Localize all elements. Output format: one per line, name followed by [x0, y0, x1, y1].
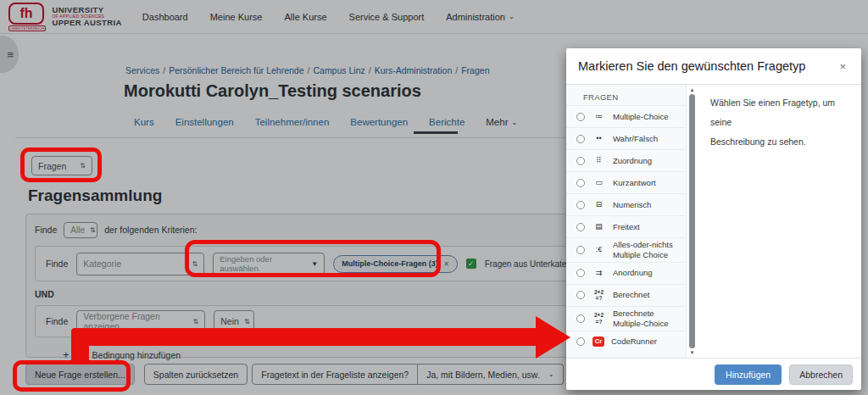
- moodle-question-bank-page: fh OBERÖSTERREICH UNIVERSITY OF APPLIED …: [0, 0, 868, 395]
- radio-button[interactable]: [576, 113, 585, 121]
- radio-button[interactable]: [576, 223, 585, 231]
- coderunner-icon: Cr: [593, 337, 604, 347]
- scroll-down-icon[interactable]: ▼: [690, 350, 695, 355]
- numerical-icon: ⊟: [592, 201, 606, 209]
- annotation-box-new-question-button: [13, 360, 131, 392]
- question-type-modal: Markieren Sie den gewünschten Fragetyp ×…: [566, 48, 861, 390]
- question-type-berechnete-mc[interactable]: 2+2 =? Berechnete Multiple-Choice: [566, 306, 686, 331]
- matching-icon: ⠿: [592, 157, 606, 164]
- scrollbar-thumb[interactable]: [689, 94, 695, 348]
- modal-title: Markieren Sie den gewünschten Fragetyp: [578, 59, 805, 73]
- question-type-berechnet[interactable]: 2+2 =? Berechnet: [566, 284, 686, 306]
- question-group-label: FRAGEN: [566, 85, 686, 105]
- all-or-nothing-icon: :€: [592, 246, 606, 253]
- question-type-anordnung[interactable]: ⇉ Anordnung: [566, 262, 686, 284]
- radio-button[interactable]: [576, 179, 585, 187]
- annotation-box-section-select: [20, 147, 102, 182]
- annotation-arrow-shaft: [71, 328, 537, 346]
- radio-button[interactable]: [576, 269, 585, 277]
- modal-list-scrollbar[interactable]: ▲ ▼: [687, 85, 698, 358]
- radio-button[interactable]: [576, 314, 585, 323]
- annotation-box-category-filter: [185, 240, 441, 277]
- calculated-icon: 2+2 =?: [592, 289, 606, 301]
- add-button[interactable]: Hinzufügen: [715, 364, 782, 385]
- question-type-numerisch[interactable]: ⊟ Numerisch: [566, 193, 686, 215]
- close-icon[interactable]: ×: [836, 58, 849, 75]
- radio-button[interactable]: [576, 246, 585, 254]
- question-type-alles-oder-nichts[interactable]: :€ Alles-oder-nichts Multiple Choice: [566, 237, 686, 262]
- radio-button[interactable]: [576, 157, 585, 165]
- essay-icon: ▤: [592, 223, 606, 231]
- question-type-wahr-falsch[interactable]: •• Wahr/Falsch: [566, 127, 686, 149]
- question-type-freitext[interactable]: ▤ Freitext: [566, 215, 686, 237]
- question-type-list: FRAGEN ≔ Multiple-Choice •• Wahr/Falsch …: [566, 85, 687, 358]
- question-type-zuordnung[interactable]: ⠿ Zuordnung: [566, 149, 686, 171]
- cancel-button[interactable]: Abbrechen: [789, 364, 853, 385]
- radio-button[interactable]: [576, 135, 585, 143]
- ordering-icon: ⇉: [592, 270, 606, 277]
- question-type-description: Wählen Sie einen Fragetyp, um seine Besc…: [698, 85, 861, 358]
- calculated-mc-icon: 2+2 =?: [592, 312, 606, 324]
- short-answer-icon: ▭: [592, 179, 606, 186]
- annotation-arrow-head: [536, 316, 570, 359]
- scroll-up-icon[interactable]: ▲: [690, 87, 695, 92]
- multiple-choice-icon: ≔: [592, 113, 606, 120]
- radio-button[interactable]: [576, 291, 585, 299]
- radio-button[interactable]: [576, 201, 585, 209]
- question-type-multiple-choice[interactable]: ≔ Multiple-Choice: [566, 105, 686, 127]
- question-type-kurzantwort[interactable]: ▭ Kurzantwort: [566, 171, 686, 193]
- true-false-icon: ••: [592, 135, 606, 142]
- question-type-coderunner[interactable]: Cr CodeRunner: [566, 331, 686, 353]
- radio-button[interactable]: [576, 337, 585, 346]
